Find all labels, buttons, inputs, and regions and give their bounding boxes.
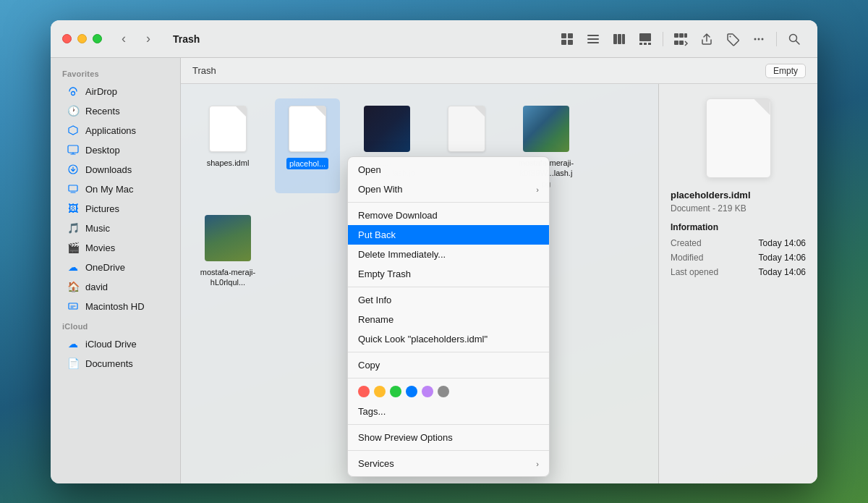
preview-created-label: Created <box>671 238 702 248</box>
ctx-put-back[interactable]: Put Back <box>348 225 549 245</box>
sidebar-pictures-label: Pictures <box>85 203 119 214</box>
sidebar-item-documents[interactable]: 📄 Documents <box>55 354 176 373</box>
ctx-tags-label[interactable]: Tags... <box>348 402 549 421</box>
sidebar-item-icloud-drive[interactable]: ☁ iCloud Drive <box>55 334 176 353</box>
separator2 <box>776 32 777 46</box>
svg-rect-0 <box>561 33 566 38</box>
ctx-copy[interactable]: Copy <box>348 355 549 375</box>
ctx-get-info[interactable]: Get Info <box>348 290 549 310</box>
sidebar-item-music[interactable]: 🎵 Music <box>55 219 176 237</box>
maximize-button[interactable] <box>93 34 102 43</box>
file-icon-cancer1 <box>205 212 251 264</box>
svg-rect-1 <box>568 33 573 38</box>
sidebar-item-downloads[interactable]: Downloads <box>55 160 176 179</box>
ctx-sep6 <box>348 450 549 451</box>
close-button[interactable] <box>62 34 72 43</box>
svg-rect-4 <box>587 35 599 36</box>
svg-rect-27 <box>69 185 77 191</box>
documents-icon: 📄 <box>67 357 80 370</box>
sidebar-item-desktop[interactable]: Desktop <box>55 140 176 159</box>
file-item-cancer1[interactable]: mostafa-meraji-hL0rlqul... <box>195 208 260 292</box>
preview-created-value: Today 14:06 <box>759 238 806 248</box>
preview-filename: placeholders.idml <box>671 190 806 200</box>
ctx-open-with[interactable]: Open With › <box>348 179 549 199</box>
tag-button[interactable] <box>721 28 744 51</box>
ctx-tag-dots <box>348 381 549 402</box>
svg-rect-8 <box>618 34 621 44</box>
back-button[interactable]: ‹ <box>114 29 134 49</box>
file-item-shapes[interactable]: shapes.idml <box>195 98 260 193</box>
svg-rect-2 <box>561 40 566 45</box>
pictures-icon: 🖼 <box>67 202 80 215</box>
downloads-icon <box>67 163 80 176</box>
sidebar-item-recents[interactable]: 🕐 Recents <box>55 101 176 120</box>
forward-button[interactable]: › <box>138 29 158 49</box>
sidebar-david-label: david <box>85 282 108 292</box>
desktop-icon <box>67 143 80 156</box>
more-button[interactable] <box>747 28 770 51</box>
sidebar-item-macintosh-hd[interactable]: Macintosh HD <box>55 297 176 316</box>
tag-red[interactable] <box>358 386 370 397</box>
svg-rect-16 <box>684 33 687 38</box>
context-menu: Open Open With › Remove Download Put Bac… <box>347 156 550 477</box>
sidebar-item-onedrive[interactable]: ☁ OneDrive <box>55 258 176 276</box>
tag-purple[interactable] <box>422 386 433 397</box>
preview-modified-label: Modified <box>671 253 703 263</box>
sidebar-item-on-my-mac[interactable]: On My Mac <box>55 179 176 198</box>
sidebar-item-applications[interactable]: Applications <box>55 121 176 140</box>
column-view-button[interactable] <box>608 28 631 51</box>
svg-point-19 <box>730 35 731 37</box>
sidebar-item-airdrop[interactable]: AirDrop <box>55 82 176 101</box>
services-arrow: › <box>536 460 539 468</box>
empty-button[interactable]: Empty <box>765 64 806 78</box>
preview-doc-icon <box>706 98 771 178</box>
separator <box>663 32 663 46</box>
ctx-sep4 <box>348 378 549 379</box>
ctx-remove-download[interactable]: Remove Download <box>348 206 549 225</box>
svg-rect-5 <box>587 38 599 40</box>
preview-created-row: Created Today 14:06 <box>671 238 806 248</box>
ctx-empty-trash[interactable]: Empty Trash <box>348 264 549 284</box>
sidebar-macintosh-hd-label: Macintosh HD <box>85 301 145 312</box>
preview-last-opened-label: Last opened <box>671 267 718 277</box>
svg-rect-12 <box>644 43 647 45</box>
open-with-arrow: › <box>536 185 539 194</box>
music-icon: 🎵 <box>67 221 80 234</box>
ctx-rename[interactable]: Rename <box>348 310 549 329</box>
tag-gray[interactable] <box>438 386 449 397</box>
file-item-placeholder[interactable]: placehol... <box>275 98 340 193</box>
ctx-delete-immediately[interactable]: Delete Immediately... <box>348 245 549 264</box>
nav-buttons: ‹ › <box>114 29 158 49</box>
svg-point-22 <box>762 38 764 40</box>
arrange-button[interactable] <box>669 28 692 51</box>
sidebar-item-pictures[interactable]: 🖼 Pictures <box>55 199 176 218</box>
search-button[interactable] <box>783 28 806 51</box>
finder-window: ‹ › Trash <box>51 20 817 483</box>
ctx-sep3 <box>348 352 549 352</box>
ctx-show-preview[interactable]: Show Preview Options <box>348 428 549 447</box>
ctx-open[interactable]: Open <box>348 160 549 179</box>
sidebar-desktop-label: Desktop <box>85 145 120 156</box>
sidebar-item-david[interactable]: 🏠 david <box>55 277 176 296</box>
tag-blue[interactable] <box>406 386 417 397</box>
toolbar-icons <box>556 28 806 51</box>
ctx-quick-look[interactable]: Quick Look "placeholders.idml" <box>348 329 549 349</box>
movies-icon: 🎬 <box>67 241 80 254</box>
sidebar-on-my-mac-label: On My Mac <box>85 184 133 195</box>
share-button[interactable] <box>695 28 718 51</box>
tag-green[interactable] <box>390 386 401 397</box>
airdrop-icon <box>67 85 80 98</box>
list-view-button[interactable] <box>582 28 605 51</box>
file-icon-landscape <box>523 103 569 155</box>
sidebar-item-movies[interactable]: 🎬 Movies <box>55 238 176 257</box>
preview-modified-row: Modified Today 14:06 <box>671 253 806 263</box>
sidebar-recents-label: Recents <box>85 106 120 117</box>
icon-view-button[interactable] <box>556 28 579 51</box>
minimize-button[interactable] <box>77 34 87 43</box>
main-content: Favorites AirDrop 🕐 Recents <box>51 58 817 483</box>
gallery-view-button[interactable] <box>634 28 657 51</box>
tag-yellow[interactable] <box>374 386 386 397</box>
ctx-services[interactable]: Services › <box>348 454 549 473</box>
svg-point-24 <box>72 92 75 96</box>
window-title: Trash <box>173 33 200 45</box>
